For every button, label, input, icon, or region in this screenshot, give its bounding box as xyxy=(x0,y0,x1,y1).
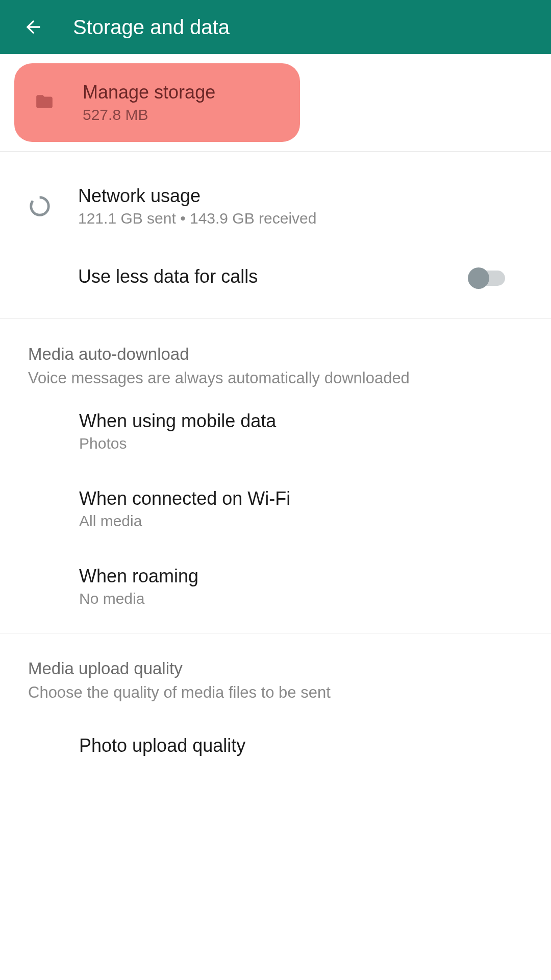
folder-icon xyxy=(30,92,83,113)
svg-point-0 xyxy=(31,198,49,215)
roaming-title: When roaming xyxy=(79,566,523,587)
mobile-data-item[interactable]: When using mobile data Photos xyxy=(0,393,551,470)
media-auto-download-section: Media auto-download Voice messages are a… xyxy=(0,319,551,633)
network-usage-item[interactable]: Network usage 121.1 GB sent • 143.9 GB r… xyxy=(0,166,551,247)
app-header: Storage and data xyxy=(0,0,551,54)
media-upload-quality-title: Media upload quality xyxy=(28,659,523,678)
wifi-title: When connected on Wi-Fi xyxy=(79,488,523,509)
media-auto-download-header: Media auto-download Voice messages are a… xyxy=(0,319,551,393)
toggle-knob xyxy=(468,267,489,289)
manage-storage-content: Manage storage 527.8 MB xyxy=(83,82,215,124)
media-upload-quality-subtitle: Choose the quality of media files to be … xyxy=(28,683,523,702)
network-usage-title: Network usage xyxy=(78,185,316,207)
media-auto-download-title: Media auto-download xyxy=(28,345,523,364)
manage-storage-subtitle: 527.8 MB xyxy=(83,106,215,124)
back-button[interactable] xyxy=(23,17,43,37)
photo-upload-quality-item[interactable]: Photo upload quality xyxy=(0,707,551,756)
page-title: Storage and data xyxy=(73,16,230,39)
wifi-item[interactable]: When connected on Wi-Fi All media xyxy=(0,470,551,548)
photo-upload-quality-title: Photo upload quality xyxy=(79,735,523,756)
roaming-subtitle: No media xyxy=(79,590,523,607)
media-upload-quality-header: Media upload quality Choose the quality … xyxy=(0,633,551,707)
back-arrow-icon xyxy=(23,17,43,37)
use-less-data-toggle[interactable] xyxy=(469,271,505,286)
manage-storage-title: Manage storage xyxy=(83,82,215,103)
network-usage-content: Network usage 121.1 GB sent • 143.9 GB r… xyxy=(78,185,316,227)
network-usage-icon xyxy=(28,194,52,218)
network-usage-subtitle: 121.1 GB sent • 143.9 GB received xyxy=(78,210,316,227)
storage-section: Manage storage 527.8 MB xyxy=(0,54,551,152)
use-less-data-item[interactable]: Use less data for calls xyxy=(0,247,551,318)
mobile-data-title: When using mobile data xyxy=(79,410,523,432)
wifi-subtitle: All media xyxy=(79,512,523,530)
media-upload-quality-section: Media upload quality Choose the quality … xyxy=(0,633,551,756)
roaming-item[interactable]: When roaming No media xyxy=(0,548,551,633)
mobile-data-subtitle: Photos xyxy=(79,435,523,452)
manage-storage-item[interactable]: Manage storage 527.8 MB xyxy=(14,63,300,142)
network-section: Network usage 121.1 GB sent • 143.9 GB r… xyxy=(0,152,551,319)
media-auto-download-subtitle: Voice messages are always automatically … xyxy=(28,369,523,387)
use-less-data-title: Use less data for calls xyxy=(78,266,258,287)
